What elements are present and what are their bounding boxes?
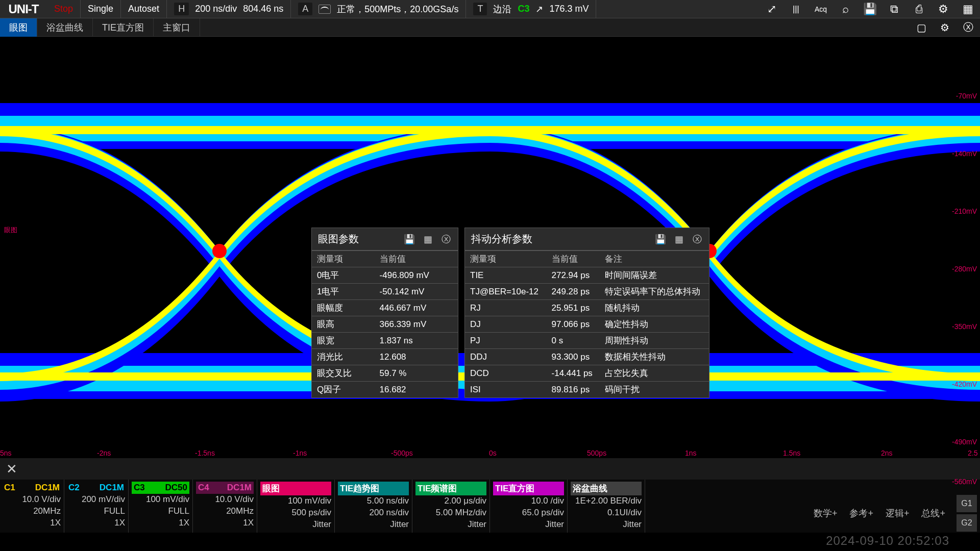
table-row: RJ25.951 ps随机抖动 <box>465 300 709 316</box>
channel-header: TIE频谱图 <box>415 482 486 495</box>
channel-header: 眼图 <box>260 482 331 495</box>
table-row: TJ@BER=10e-12249.28 ps特定误码率下的总体抖动 <box>465 284 709 300</box>
channel-header: C2DC1M <box>67 482 125 494</box>
volt-mark: -210mV <box>952 207 977 215</box>
toolbar-icons: ⤢ ⫼ Acq ⌕ 💾 ⧉ ⎙ ⚙ ▦ <box>760 0 980 18</box>
top-toolbar: UNI-T Stop Single Autoset H 200 ns/div 8… <box>0 0 980 18</box>
col-item: 测量项 <box>465 251 547 267</box>
print-icon[interactable]: ⎙ <box>906 0 931 18</box>
col-value: 当前值 <box>375 251 458 267</box>
panel-grid-icon[interactable]: ▦ <box>422 234 433 245</box>
panel-title: 眼图参数 <box>318 232 404 246</box>
panel-close-icon[interactable]: ⓧ <box>440 234 452 245</box>
channel-header: TIE趋势图 <box>338 482 409 495</box>
single-button[interactable]: Single <box>81 0 121 18</box>
channel-c4[interactable]: C4DC1M10.0 V/div20MHz1X <box>193 480 257 533</box>
table-row: DJ97.066 ps确定性抖动 <box>465 316 709 333</box>
crosshair-icon[interactable]: ✕ <box>6 461 21 477</box>
time-mark: -1.5ns <box>195 449 215 457</box>
view-tabs: 眼图 浴盆曲线 TIE直方图 主窗口 ▢ ⚙ ⓧ <box>0 18 980 37</box>
delay-value: 804.46 ns <box>243 4 283 14</box>
time-mark: -2ns <box>97 449 111 457</box>
time-mark: 0s <box>489 449 497 457</box>
h-label: H <box>174 3 189 15</box>
stop-button[interactable]: Stop <box>47 0 81 18</box>
acq-icon[interactable]: Acq <box>808 0 833 18</box>
volt-mark: -70mV <box>956 92 977 100</box>
eye-params-table: 测量项当前值 0电平-496.809 mV1电平-50.142 mV眼幅度446… <box>312 251 458 397</box>
cursor-icon[interactable]: ⤢ <box>760 0 784 18</box>
volt-mark: -280mV <box>952 265 977 273</box>
channel-header: 浴盆曲线 <box>571 482 642 495</box>
gear-icon[interactable]: ⚙ <box>933 18 957 37</box>
save-icon[interactable]: 💾 <box>857 0 882 18</box>
eye-params-panel: 眼图参数 💾 ▦ ⓧ 测量项当前值 0电平-496.809 mV1电平-50.1… <box>311 228 458 398</box>
table-row: TIE272.94 ps时间间隔误差 <box>465 267 709 284</box>
channel-header: C3DC50 <box>132 482 189 494</box>
volt-mark: -350mV <box>952 322 977 331</box>
acq-value: 正常，500MPts，20.00GSa/s <box>337 3 458 15</box>
channel-tie1[interactable]: TIE趋势图5.00 ns/div200 ns/divJitter <box>335 480 412 533</box>
col-note: 备注 <box>600 251 709 267</box>
channel-header: C1DC1M <box>3 482 61 494</box>
tab-eye[interactable]: 眼图 <box>0 18 37 37</box>
table-row: 1电平-50.142 mV <box>312 284 458 300</box>
brand-logo: UNI-T <box>0 2 47 16</box>
table-row: 眼交叉比59.7 % <box>312 365 458 382</box>
panel-save-icon[interactable]: 💾 <box>404 234 415 245</box>
horizontal-section[interactable]: H 200 ns/div 804.46 ns <box>167 0 291 18</box>
bottom-right: 数学+ 参考+ 逻辑+ 总线+ G1 G2 2024-09-10 20:52:0… <box>810 480 980 533</box>
table-row: Q因子16.682 <box>312 382 458 398</box>
search-icon[interactable]: ⌕ <box>833 0 857 18</box>
channel-header: TIE直方图 <box>493 482 564 495</box>
func-bus[interactable]: 总线+ <box>917 505 949 521</box>
func-math[interactable]: 数学+ <box>810 505 842 521</box>
waveform-display: 眼图 <box>0 37 980 458</box>
channel-c3[interactable]: C3DC50100 mV/divFULL1X <box>129 480 193 533</box>
close-icon[interactable]: ⓧ <box>957 18 980 37</box>
edge-icon: ↗ <box>535 4 543 15</box>
window-icon[interactable]: ▢ <box>910 18 933 37</box>
channel-bar: C1DC1M10.0 V/div20MHz1XC2DC1M200 mV/divF… <box>0 480 980 533</box>
channel-c1[interactable]: C1DC1M10.0 V/div20MHz1X <box>0 480 64 533</box>
time-mark: 2ns <box>881 449 893 457</box>
g1-button[interactable]: G1 <box>957 495 977 512</box>
panel-close-icon[interactable]: ⓧ <box>692 234 703 245</box>
wave-icon <box>318 5 331 14</box>
panel-title: 抖动分析参数 <box>471 232 655 246</box>
settings-icon[interactable]: ⚙ <box>931 0 955 18</box>
channel-tie3[interactable]: TIE直方图10.0 /div65.0 ps/divJitter <box>490 480 568 533</box>
channel-header: C4DC1M <box>196 482 254 494</box>
tab-tie-hist[interactable]: TIE直方图 <box>93 18 154 37</box>
time-scale: 5ns-2ns-1.5ns-1ns-500ps0s500ps1ns1.5ns2n… <box>0 445 980 458</box>
col-item: 测量项 <box>312 251 375 267</box>
volt-mark: -420mV <box>952 380 977 388</box>
tool-strip: ✕ <box>0 458 980 480</box>
channel-bath[interactable]: 浴盆曲线1E+2.00 BER/div0.1UI/divJitter <box>568 480 645 533</box>
channel-tie2[interactable]: TIE频谱图2.00 μs/div5.00 MHz/divJitter <box>412 480 490 533</box>
table-row: DCD-14.441 ps占空比失真 <box>465 365 709 382</box>
acquisition-section[interactable]: A 正常，500MPts，20.00GSa/s <box>291 0 466 18</box>
volt-mark: -140mV <box>952 149 977 158</box>
tab-bathtub[interactable]: 浴盆曲线 <box>37 18 93 37</box>
timebase-value: 200 ns/div <box>195 4 237 14</box>
panel-grid-icon[interactable]: ▦ <box>673 234 684 245</box>
func-ref[interactable]: 参考+ <box>845 505 877 521</box>
copy-icon[interactable]: ⧉ <box>882 0 906 18</box>
trigger-section[interactable]: T 边沿 C3 ↗ 176.3 mV <box>466 0 596 18</box>
time-mark: 500ps <box>587 449 606 457</box>
table-row: PJ0 s周期性抖动 <box>465 333 709 349</box>
func-logic[interactable]: 逻辑+ <box>881 505 914 521</box>
time-mark: 2.5 <box>968 449 977 457</box>
tab-main[interactable]: 主窗口 <box>154 18 200 37</box>
table-row: 眼高366.339 mV <box>312 316 458 333</box>
measure-icon[interactable]: ⫼ <box>784 0 808 18</box>
layout-icon[interactable]: ▦ <box>955 0 980 18</box>
time-mark: 5ns <box>0 449 12 457</box>
g2-button[interactable]: G2 <box>957 514 977 532</box>
autoset-button[interactable]: Autoset <box>121 0 167 18</box>
panel-save-icon[interactable]: 💾 <box>655 234 666 245</box>
channel-eye[interactable]: 眼图100 mV/div500 ps/divJitter <box>257 480 335 533</box>
time-mark: 1.5ns <box>783 449 800 457</box>
channel-c2[interactable]: C2DC1M200 mV/divFULL1X <box>64 480 129 533</box>
